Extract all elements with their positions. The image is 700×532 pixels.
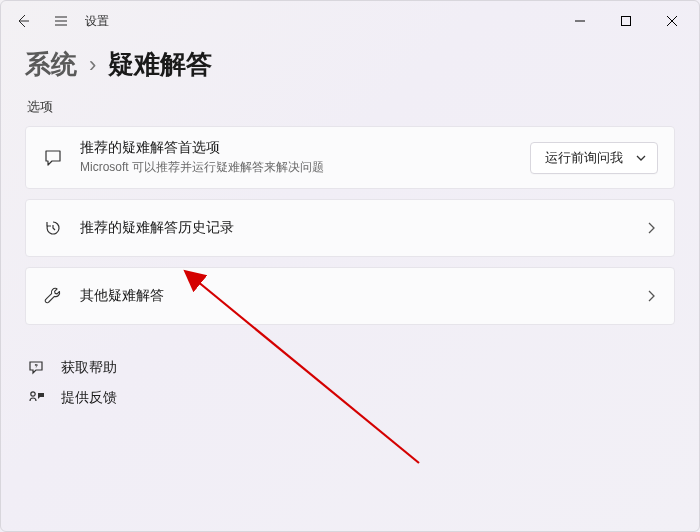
feedback-icon	[28, 389, 46, 407]
back-button[interactable]	[5, 3, 41, 39]
chevron-down-icon	[635, 152, 647, 164]
chevron-right-icon	[644, 221, 658, 235]
maximize-button[interactable]	[603, 5, 649, 37]
page-title: 疑难解答	[108, 47, 212, 82]
breadcrumb: 系统 › 疑难解答	[25, 47, 675, 82]
menu-button[interactable]	[43, 3, 79, 39]
wrench-icon	[43, 286, 63, 306]
card-recommended-preferences: 推荐的疑难解答首选项 Microsoft 可以推荐并运行疑难解答来解决问题 运行…	[25, 126, 675, 189]
hamburger-icon	[53, 13, 69, 29]
app-title: 设置	[85, 13, 109, 30]
breadcrumb-separator: ›	[89, 52, 96, 78]
recommended-action-dropdown[interactable]: 运行前询问我	[530, 142, 658, 174]
help-bubble-icon: ?	[28, 359, 46, 377]
minimize-icon	[575, 16, 585, 26]
section-label: 选项	[27, 98, 675, 116]
svg-rect-0	[622, 17, 631, 26]
dropdown-value: 运行前询问我	[545, 149, 623, 167]
close-icon	[667, 16, 677, 26]
card-title: 推荐的疑难解答首选项	[80, 139, 514, 157]
close-button[interactable]	[649, 5, 695, 37]
back-arrow-icon	[15, 13, 31, 29]
card-title: 推荐的疑难解答历史记录	[80, 219, 628, 237]
card-history[interactable]: 推荐的疑难解答历史记录	[25, 199, 675, 257]
help-links: ? 获取帮助 提供反馈	[25, 353, 675, 413]
chevron-right-icon	[644, 289, 658, 303]
card-title: 其他疑难解答	[80, 287, 628, 305]
breadcrumb-parent[interactable]: 系统	[25, 47, 77, 82]
chat-bubble-icon	[43, 148, 63, 168]
titlebar: 设置	[1, 1, 699, 41]
minimize-button[interactable]	[557, 5, 603, 37]
link-label: 获取帮助	[61, 359, 117, 377]
maximize-icon	[621, 16, 631, 26]
card-subtitle: Microsoft 可以推荐并运行疑难解答来解决问题	[80, 159, 514, 176]
card-other-troubleshooters[interactable]: 其他疑难解答	[25, 267, 675, 325]
get-help-link[interactable]: ? 获取帮助	[25, 353, 675, 383]
svg-text:?: ?	[35, 363, 39, 369]
give-feedback-link[interactable]: 提供反馈	[25, 383, 675, 413]
history-icon	[43, 218, 63, 238]
svg-point-3	[31, 392, 35, 396]
link-label: 提供反馈	[61, 389, 117, 407]
